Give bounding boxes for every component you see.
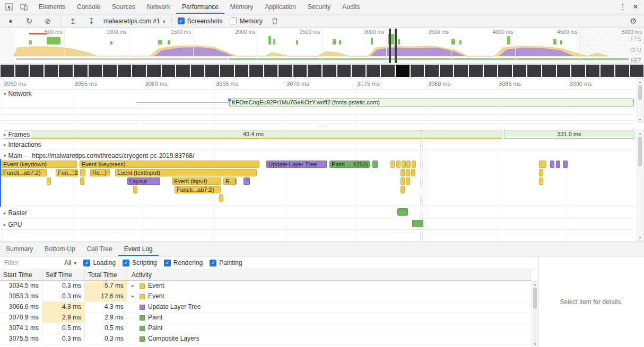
- checkbox-checked-icon[interactable]: [178, 17, 185, 24]
- screenshot-thumbnail[interactable]: [630, 65, 644, 77]
- flame-bar-event-keydown[interactable]: Event (keydown): [1, 161, 77, 168]
- load-profile-button[interactable]: [66, 15, 79, 27]
- screenshots-checkbox[interactable]: Screenshots: [178, 17, 223, 25]
- flame-bar-chip[interactable]: [412, 161, 416, 168]
- flame-bar-chip[interactable]: [406, 177, 410, 185]
- screenshot-thumbnail[interactable]: [249, 65, 263, 77]
- scroll-down-icon[interactable]: [637, 235, 643, 241]
- screenshot-thumbnail[interactable]: [308, 65, 321, 77]
- screenshot-thumbnail[interactable]: [15, 65, 29, 77]
- close-devtools-icon[interactable]: [629, 1, 642, 13]
- screenshot-thumbnail[interactable]: [571, 65, 585, 77]
- flame-bar-chip[interactable]: [550, 161, 554, 168]
- tab-console[interactable]: Console: [71, 0, 106, 14]
- screenshot-thumbnail[interactable]: [542, 65, 556, 77]
- screenshot-thumbnail[interactable]: [586, 65, 600, 77]
- flame-bar-chip[interactable]: [243, 177, 250, 185]
- screenshot-thumbnail[interactable]: [89, 65, 102, 77]
- network-request-bar[interactable]: KFOmCnqEu92Fr1Mu7GxKOzY.woff2 (fonts.gst…: [229, 99, 634, 106]
- table-row[interactable]: 3066.6 ms4.3 ms4.3 msUpdate Layer Tree: [0, 302, 532, 313]
- screenshot-thumbnail[interactable]: [162, 65, 176, 77]
- tab-application[interactable]: Application: [259, 0, 302, 14]
- tab-memory[interactable]: Memory: [224, 0, 259, 14]
- flame-bar-r[interactable]: R...): [223, 177, 237, 185]
- screenshot-thumbnail[interactable]: [352, 65, 365, 77]
- network-section-label[interactable]: ▾ Network: [2, 90, 33, 97]
- flame-bar-chip[interactable]: [390, 161, 395, 168]
- flame-bar-chip[interactable]: [406, 161, 411, 168]
- expand-arrow-icon[interactable]: ▸: [132, 281, 136, 291]
- inspect-element-icon[interactable]: [3, 1, 15, 13]
- screenshot-thumbnail[interactable]: [103, 65, 117, 77]
- table-row[interactable]: 3074.1 ms0.5 ms0.5 msPaint: [0, 323, 532, 334]
- screenshot-thumbnail[interactable]: [264, 65, 278, 77]
- column-header-start-time[interactable]: Start Time: [0, 270, 42, 280]
- flame-bar-chip[interactable]: [556, 161, 560, 168]
- tab-sources[interactable]: Sources: [106, 0, 141, 14]
- flame-bar-chip[interactable]: [80, 169, 85, 176]
- flame-bar-event-textinput[interactable]: Event (textInput): [115, 169, 257, 176]
- flame-bar-chip[interactable]: [539, 177, 543, 185]
- screenshot-thumbnail[interactable]: [74, 65, 88, 77]
- screenshot-thumbnail[interactable]: [484, 65, 498, 77]
- screenshot-thumbnail[interactable]: [59, 65, 73, 77]
- record-button[interactable]: [4, 15, 17, 27]
- main-scrollbar[interactable]: [637, 130, 643, 241]
- screenshot-thumbnail[interactable]: [205, 65, 219, 77]
- screenshot-thumbnail[interactable]: [411, 65, 424, 77]
- scroll-up-icon[interactable]: [532, 281, 538, 287]
- duration-filter-select[interactable]: All: [64, 259, 76, 266]
- screenshot-thumbnail[interactable]: [147, 65, 161, 77]
- scroll-down-icon[interactable]: [637, 117, 643, 122]
- tab-audits[interactable]: Audits: [336, 0, 365, 14]
- more-options-icon[interactable]: [616, 1, 629, 13]
- detail-tab-summary[interactable]: Summary: [0, 242, 39, 256]
- reload-and-record-button[interactable]: [23, 15, 36, 27]
- screenshot-thumbnail[interactable]: [118, 65, 132, 77]
- network-scrollbar[interactable]: [637, 78, 643, 123]
- checkbox-checked-icon[interactable]: [123, 260, 129, 266]
- screenshot-thumbnail[interactable]: [337, 65, 351, 77]
- flame-bar-re[interactable]: Re...): [90, 169, 110, 176]
- screenshot-thumbnail[interactable]: [454, 65, 468, 77]
- flame-bar-chip[interactable]: [563, 161, 568, 168]
- gpu-activity-bar[interactable]: [412, 220, 423, 227]
- screenshot-thumbnail[interactable]: [498, 65, 512, 77]
- flame-bar-chip[interactable]: [406, 169, 410, 176]
- screenshot-thumbnail[interactable]: [615, 65, 629, 77]
- flame-bar-chip[interactable]: [539, 169, 543, 176]
- flame-bar-chip[interactable]: [133, 186, 137, 193]
- checkbox-checked-icon[interactable]: [83, 260, 90, 266]
- selection-handle[interactable]: [395, 29, 397, 63]
- checkbox-checked-icon[interactable]: [164, 260, 171, 266]
- screenshot-thumbnail[interactable]: [30, 65, 43, 77]
- flame-bar-chip[interactable]: [80, 177, 84, 185]
- scripting-checkbox[interactable]: Scripting: [123, 259, 157, 266]
- tab-security[interactable]: Security: [302, 0, 336, 14]
- flame-bar-chip[interactable]: [47, 177, 51, 185]
- flame-bar-update-layer-tree[interactable]: Update Layer Tree: [266, 161, 327, 168]
- settings-gear-icon[interactable]: [627, 15, 640, 27]
- screenshot-thumbnail[interactable]: [235, 65, 249, 77]
- raster-activity-bar[interactable]: [397, 208, 408, 216]
- screenshot-thumbnail[interactable]: [396, 65, 410, 77]
- scroll-up-icon[interactable]: [637, 79, 643, 85]
- flame-bar-chip[interactable]: [219, 194, 223, 202]
- column-header-total-time[interactable]: Total Time: [85, 270, 127, 280]
- screenshot-thumbnail[interactable]: [176, 65, 190, 77]
- filter-input[interactable]: [4, 259, 57, 266]
- gpu-section-label[interactable]: ▸ GPU: [2, 221, 24, 228]
- selection-handle[interactable]: [389, 29, 391, 63]
- screenshot-thumbnail[interactable]: [45, 65, 58, 77]
- flame-chart-pane[interactable]: ▾ Network KFOmCnqEu92Fr1Mu7GxKOzY.woff2 …: [0, 78, 644, 242]
- save-profile-button[interactable]: [85, 15, 98, 27]
- screenshot-thumbnail[interactable]: [469, 65, 483, 77]
- tab-performance[interactable]: Performance: [176, 0, 224, 14]
- flame-bar-event-keypress[interactable]: Event (keypress): [80, 161, 259, 168]
- scroll-thumb[interactable]: [533, 288, 537, 309]
- raster-section-label[interactable]: ▸ Raster: [2, 209, 29, 217]
- flame-bar-chip[interactable]: [401, 169, 405, 176]
- screenshot-thumbnail[interactable]: [323, 65, 336, 77]
- device-toolbar-icon[interactable]: [18, 1, 30, 13]
- detail-tab-call-tree[interactable]: Call Tree: [81, 242, 118, 256]
